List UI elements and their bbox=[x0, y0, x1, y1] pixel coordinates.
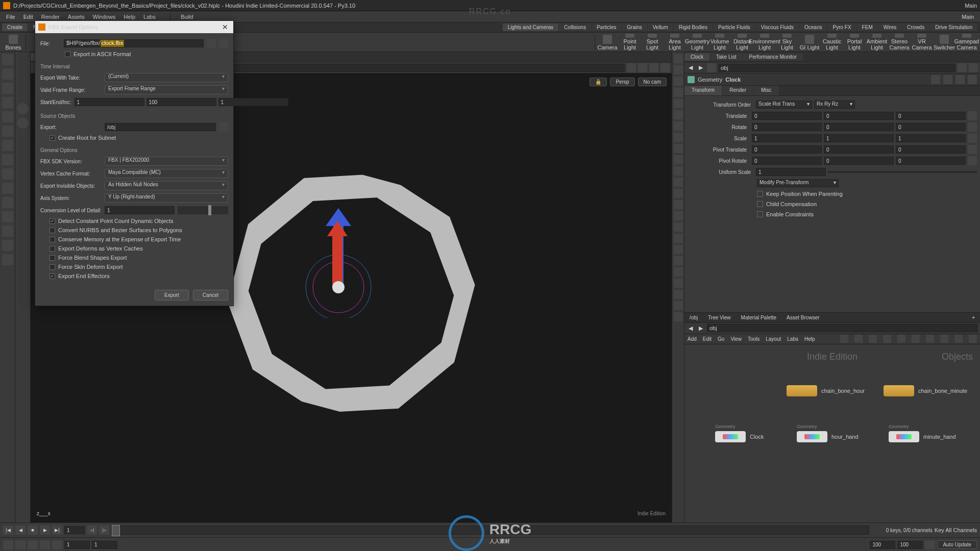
shelf-tab[interactable]: Vellum bbox=[648, 23, 673, 31]
vp-icon[interactable] bbox=[674, 290, 683, 299]
persp-dropdown[interactable]: Persp bbox=[610, 78, 634, 86]
shelf-tab[interactable]: FEM bbox=[857, 23, 878, 31]
vp-icon[interactable] bbox=[674, 178, 683, 187]
tool[interactable]: Environment Light bbox=[753, 34, 776, 51]
vp-icon[interactable] bbox=[674, 88, 683, 97]
vp-icon[interactable] bbox=[674, 200, 683, 209]
shelf-tab[interactable]: Rigid Bodies bbox=[674, 23, 713, 31]
shelf-tab[interactable]: Drive Simulation bbox=[930, 23, 977, 31]
end-input2[interactable] bbox=[897, 541, 923, 549]
shelf-tab[interactable]: Crowds bbox=[902, 23, 929, 31]
checkbox[interactable] bbox=[50, 255, 55, 261]
rot-order-select[interactable]: Rx Ry Rz bbox=[814, 101, 855, 109]
checkbox[interactable] bbox=[50, 228, 55, 233]
status-icon[interactable] bbox=[40, 540, 50, 549]
menu-windows[interactable]: Windows bbox=[89, 14, 120, 20]
camera-dropdown[interactable]: No cam bbox=[638, 78, 667, 86]
view-icon[interactable] bbox=[897, 335, 905, 343]
net-menu[interactable]: Help bbox=[804, 336, 815, 342]
uscale-slider[interactable] bbox=[828, 171, 977, 173]
frame-input[interactable] bbox=[64, 526, 85, 534]
checkbox[interactable] bbox=[50, 237, 55, 242]
browse-icon[interactable] bbox=[207, 39, 216, 48]
node-bone[interactable]: chain_bone_minute bbox=[884, 385, 967, 396]
status-icon[interactable] bbox=[52, 540, 62, 549]
view-icon[interactable] bbox=[840, 335, 848, 343]
vp-icon[interactable] bbox=[674, 133, 683, 142]
status-icon[interactable] bbox=[15, 540, 26, 549]
menu-assets[interactable]: Assets bbox=[64, 14, 89, 20]
fwd-icon[interactable]: ▶ bbox=[697, 324, 705, 332]
vp-icon[interactable] bbox=[674, 256, 683, 265]
prev-key-icon[interactable]: ◁ bbox=[87, 525, 97, 535]
tool[interactable]: GI Light bbox=[798, 34, 821, 51]
desktop-selector[interactable]: Build bbox=[170, 14, 197, 20]
end-input[interactable] bbox=[146, 98, 216, 106]
vp-icon[interactable] bbox=[674, 65, 683, 74]
tab-transform[interactable]: Transform bbox=[684, 86, 722, 95]
ascii-checkbox[interactable] bbox=[65, 52, 70, 57]
menu-file[interactable]: File bbox=[2, 14, 19, 20]
tool[interactable]: Geometry Light bbox=[686, 34, 708, 51]
cache-select[interactable]: Maya Compatible (MC) bbox=[105, 169, 228, 178]
shelf-tab[interactable]: Grains bbox=[622, 23, 647, 31]
xform-icon[interactable] bbox=[968, 156, 977, 165]
view-icon[interactable] bbox=[883, 335, 891, 343]
tool[interactable]: Camera bbox=[596, 34, 619, 51]
close-icon[interactable]: ✕ bbox=[220, 22, 230, 32]
home-icon[interactable] bbox=[707, 63, 716, 72]
invis-select[interactable]: As Hidden Null Nodes bbox=[105, 181, 228, 190]
network-view[interactable]: Indie Edition Objects chain_bone_hour ch… bbox=[684, 344, 980, 523]
vp-icon[interactable] bbox=[674, 267, 683, 277]
last-frame-icon[interactable]: ▶| bbox=[52, 525, 62, 535]
tool[interactable]: VR Camera bbox=[911, 34, 933, 51]
help-icon[interactable] bbox=[219, 39, 228, 48]
checkbox[interactable] bbox=[50, 264, 55, 270]
net-menu[interactable]: View bbox=[730, 336, 742, 342]
search-icon[interactable] bbox=[943, 75, 952, 84]
net-tab[interactable]: /obj bbox=[684, 314, 703, 321]
shelf-tab[interactable]: Collisions bbox=[559, 23, 591, 31]
next-key-icon[interactable]: ▷ bbox=[99, 525, 109, 535]
dialog-titlebar[interactable]: FBX Export Options ✕ bbox=[35, 21, 233, 33]
vp-icon[interactable] bbox=[674, 155, 683, 164]
tool-icon[interactable] bbox=[2, 168, 13, 180]
shelf-tab[interactable]: Particle Fluids bbox=[713, 23, 755, 31]
status-icon[interactable] bbox=[28, 540, 38, 549]
xform-icon[interactable] bbox=[968, 122, 977, 132]
xform-icon[interactable] bbox=[968, 134, 977, 143]
net-tab[interactable]: Material Palette bbox=[736, 314, 781, 321]
tab-misc[interactable]: Misc bbox=[754, 86, 779, 95]
tab-render[interactable]: Render bbox=[722, 86, 753, 95]
menu-labs[interactable]: Labs bbox=[139, 14, 160, 20]
checkbox[interactable] bbox=[50, 135, 55, 141]
net-menu[interactable]: Go bbox=[718, 336, 724, 342]
tool-icon[interactable] bbox=[2, 83, 13, 94]
checkbox[interactable] bbox=[757, 211, 763, 217]
checkbox[interactable] bbox=[757, 191, 763, 197]
tz-input[interactable] bbox=[896, 112, 966, 120]
inc-input[interactable] bbox=[218, 98, 288, 106]
status-icon[interactable] bbox=[3, 540, 13, 549]
back-icon[interactable]: ◀ bbox=[687, 324, 695, 332]
tx-input[interactable] bbox=[752, 112, 822, 120]
checkbox[interactable] bbox=[50, 273, 55, 279]
sdk-select[interactable]: FBX | FBX202000 bbox=[105, 157, 228, 166]
vp-icon[interactable] bbox=[674, 279, 683, 288]
lock-icon[interactable]: 🔒 bbox=[590, 78, 607, 86]
search-icon[interactable] bbox=[969, 63, 978, 72]
tool[interactable]: Ambient Light bbox=[866, 34, 888, 51]
tool-icon[interactable] bbox=[2, 183, 13, 194]
transform-order-select[interactable]: Scale Rot Trans bbox=[756, 101, 812, 109]
vp-icon[interactable] bbox=[674, 222, 683, 232]
view-icon[interactable] bbox=[954, 335, 963, 343]
key-all-button[interactable]: Key All Channels bbox=[935, 527, 977, 533]
checkbox[interactable] bbox=[757, 201, 763, 207]
shelf-tab[interactable]: Pyro FX bbox=[827, 23, 856, 31]
tool-icon[interactable] bbox=[2, 111, 13, 122]
status-icon[interactable] bbox=[925, 540, 935, 549]
tool[interactable]: Gamepad Camera bbox=[955, 34, 978, 51]
chooser-icon[interactable] bbox=[219, 122, 228, 132]
export-button[interactable]: Export bbox=[155, 290, 189, 300]
vp-icon[interactable] bbox=[674, 54, 683, 63]
